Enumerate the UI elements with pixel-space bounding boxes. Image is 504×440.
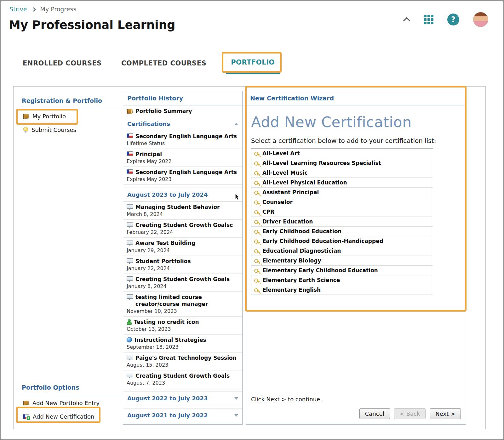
sidebar-item-submit-courses[interactable]: Submit Courses <box>21 123 123 137</box>
entry-title: Testing no credit icon <box>134 319 199 325</box>
certification-option-label: All-Level Learning Resources Specialist <box>262 160 381 166</box>
tab-enrolled-courses[interactable]: ENROLLED COURSES <box>23 56 102 74</box>
screen-icon <box>127 204 133 210</box>
portfolio-entry[interactable]: Instructional Strategies September 18, 2… <box>123 335 242 353</box>
entry-date: January 29, 2024 <box>127 247 239 254</box>
help-icon[interactable] <box>447 14 459 25</box>
screen-icon <box>127 373 133 378</box>
expand-section-icon[interactable] <box>234 397 238 400</box>
collapse-section-icon[interactable] <box>234 194 238 196</box>
portfolio-options-header: Portfolio Options <box>21 380 123 395</box>
history-section-header[interactable]: August 2021 to July 2022 <box>123 408 242 422</box>
certification-option[interactable]: Elementary Early Childhood Education <box>251 266 433 275</box>
add-certification-icon <box>23 414 29 419</box>
sidebar-item-label: Submit Courses <box>32 127 76 133</box>
apps-grid-icon[interactable] <box>424 15 433 24</box>
sidebar-item-add-new-certification[interactable]: Add New Certification <box>21 410 123 423</box>
portfolio-entry[interactable]: Student Portfolios January 22, 2024 <box>123 256 242 274</box>
expand-section-icon[interactable] <box>234 414 238 417</box>
certification-option[interactable]: Elementary Earth Science <box>251 275 433 285</box>
history-sections: August 2023 to July 2024 Managing Studen… <box>123 188 242 422</box>
app-window: Strive My Progress My Professional Learn… <box>0 0 504 440</box>
certification-option[interactable]: All-Level Learning Resources Specialist <box>251 158 433 168</box>
sidebar-item-add-portfolio-entry[interactable]: Add New Portfolio Entry <box>21 396 123 410</box>
entry-date: January 8, 2024 <box>127 283 239 290</box>
portfolio-entry[interactable]: Creating Student Growth Goals January 8,… <box>123 274 242 292</box>
tab-bar: ENROLLED COURSES COMPLETED COURSES PORTF… <box>23 55 280 74</box>
tab-portfolio[interactable]: PORTFOLIO <box>226 55 280 74</box>
certification-option[interactable]: All-Level Art <box>251 149 433 158</box>
certifications-section-header[interactable]: Certifications <box>123 117 242 131</box>
key-icon <box>254 200 260 205</box>
portfolio-history-panel: Portfolio History Portfolio Summary Cert… <box>123 91 243 425</box>
certification-option[interactable]: All-Level Physical Education <box>251 178 433 188</box>
certification-option-label: Assistant Principal <box>262 189 319 195</box>
certification-option[interactable]: Educational Diagnostician <box>251 246 433 256</box>
certification-entry[interactable]: Principal Expires May 2022 <box>123 149 242 167</box>
portfolio-summary-item[interactable]: Portfolio Summary <box>123 105 242 117</box>
sidebar-item-label: Add New Portfolio Entry <box>32 400 100 406</box>
wizard-instruction: Select a certification below to add to y… <box>251 137 461 144</box>
texas-flag-icon <box>127 169 133 174</box>
key-icon <box>254 258 260 263</box>
collapse-section-icon[interactable] <box>234 123 238 125</box>
registration-portfolio-header: Registration & Portfolio <box>21 93 123 108</box>
portfolio-entry[interactable]: Managing Student Behavior March 8, 2024 <box>123 202 242 220</box>
collapse-header-icon[interactable] <box>403 17 410 22</box>
certification-option[interactable]: Counselor <box>251 197 433 207</box>
entry-title: Creating Student Growth Goals <box>135 372 230 379</box>
certification-option[interactable]: All-Level Music <box>251 168 433 178</box>
header-actions <box>403 12 488 27</box>
portfolio-entry[interactable]: Paige's Great Technology Session August … <box>123 353 242 370</box>
portfolio-entry[interactable]: Creating Student Growth Goals August 7, … <box>123 370 242 388</box>
user-avatar[interactable] <box>473 12 488 27</box>
key-icon <box>254 180 260 185</box>
certification-option[interactable]: Elementary Biology <box>251 256 433 266</box>
chevron-right-icon <box>31 7 36 11</box>
entry-date: March 8, 2024 <box>127 211 239 217</box>
sidebar-item-my-portfolio[interactable]: My Portfolio <box>21 110 123 123</box>
certification-entry[interactable]: Secondary English Language Arts Expires … <box>123 167 242 185</box>
key-icon <box>254 287 260 292</box>
cancel-button[interactable]: Cancel <box>359 408 390 419</box>
sidebar-item-label: My Portfolio <box>32 113 66 120</box>
history-section-header[interactable]: August 2023 to July 2024 <box>123 188 242 202</box>
certification-status: Expires May 2022 <box>127 158 239 165</box>
certification-option-label: All-Level Music <box>262 170 308 176</box>
certification-entry[interactable]: Secondary English Language Arts Lifetime… <box>123 131 242 149</box>
breadcrumb-app-link[interactable]: Strive <box>9 6 27 13</box>
wizard-buttons: Cancel < Back Next > <box>251 408 461 419</box>
certification-option[interactable]: Elementary English <box>251 285 433 295</box>
history-section-header[interactable]: August 2022 to July 2023 <box>123 391 242 405</box>
portfolio-entry[interactable]: Creating Student Growth Goalsc February … <box>123 220 242 238</box>
registration-portfolio-group: Registration & Portfolio My Portfolio Su… <box>21 93 123 137</box>
breadcrumb: Strive My Progress <box>9 6 76 13</box>
certification-option[interactable]: Early Childhood Education-Handicapped <box>251 236 433 246</box>
screen-icon <box>127 355 133 360</box>
screen-icon <box>127 258 133 264</box>
certification-option-label: Driver Education <box>262 218 313 225</box>
next-button[interactable]: Next > <box>430 408 461 419</box>
entry-title: Instructional Strategies <box>135 336 206 343</box>
certification-title: Principal <box>135 151 162 158</box>
entry-title: Creating Student Growth Goalsc <box>135 222 233 228</box>
key-icon <box>254 151 260 156</box>
key-icon <box>254 219 260 224</box>
sidebar: Registration & Portfolio My Portfolio Su… <box>21 93 123 423</box>
section-label: August 2023 to July 2024 <box>127 191 208 198</box>
portfolio-entry[interactable]: Aware Test Building January 29, 2024 <box>123 238 242 256</box>
entry-title: Paige's Great Technology Session <box>135 354 237 361</box>
certification-option[interactable]: Assistant Principal <box>251 188 433 197</box>
portfolio-book-icon <box>23 401 29 406</box>
screen-icon <box>127 240 133 245</box>
entry-title: Creating Student Growth Goals <box>135 276 230 283</box>
certification-option[interactable]: CPR <box>251 207 433 217</box>
certification-option[interactable]: Early Childhood Education <box>251 227 433 236</box>
portfolio-entry[interactable]: Testing no credit icon October 13, 2023 <box>123 317 242 335</box>
tab-completed-courses[interactable]: COMPLETED COURSES <box>121 56 206 74</box>
key-icon <box>254 239 260 244</box>
certification-option-label: Educational Diagnostician <box>262 248 341 254</box>
entry-date: October 13, 2023 <box>127 326 239 332</box>
certification-option[interactable]: Driver Education <box>251 217 433 227</box>
portfolio-entry[interactable]: testing limited course creator/course ma… <box>123 292 242 317</box>
